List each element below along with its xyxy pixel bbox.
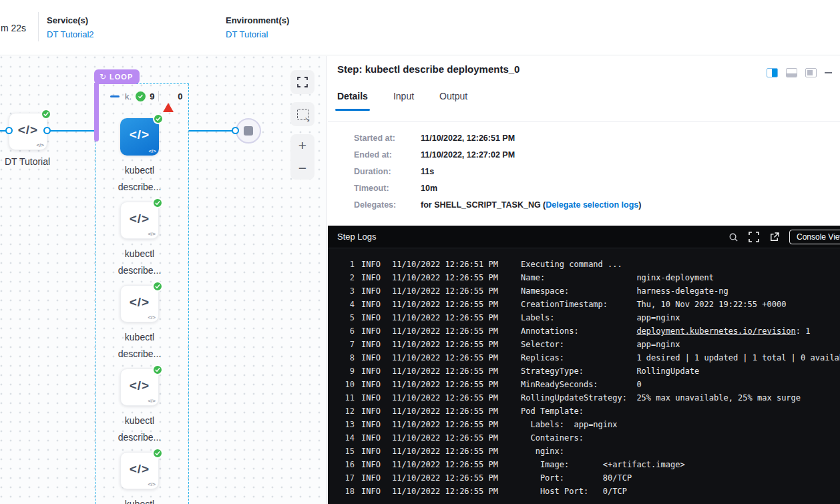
log-line: 16INFO11/10/2022 12:26:55 PM Image: <+ar…	[337, 458, 840, 471]
log-message: Labels: app=nginx	[521, 311, 680, 324]
logs-console[interactable]: 1INFO11/10/2022 12:26:51 PMExecuting com…	[328, 248, 840, 504]
log-line-number: 11	[337, 391, 355, 405]
graph-node-kubectl-describe[interactable]: </> </>	[120, 118, 159, 156]
log-line-number: 13	[337, 418, 355, 431]
log-message: StrategyType: RollingUpdate	[521, 364, 699, 378]
field-value: 11s	[421, 167, 434, 176]
console-view-button[interactable]: Console View	[789, 230, 840, 244]
detail-field-row: Duration:11s	[354, 167, 833, 176]
search-logs-icon[interactable]	[728, 232, 739, 242]
log-timestamp: 11/10/2022 12:26:55 PM	[392, 391, 499, 405]
log-timestamp: 11/10/2022 12:26:55 PM	[392, 364, 499, 378]
loop-bracket-bar	[94, 83, 99, 142]
step-details-panel: Step: kubectl describe deployments_0 Det…	[328, 56, 840, 504]
log-timestamp: 11/10/2022 12:26:55 PM	[392, 458, 499, 471]
node-label: kubectl describe...	[99, 246, 180, 279]
log-line-number: 15	[337, 445, 355, 458]
log-line: 15INFO11/10/2022 12:26:55 PM nginx:	[337, 445, 840, 458]
layout-split-right-icon[interactable]	[767, 68, 778, 77]
graph-node-kubectl-describe[interactable]: </> </>	[120, 285, 159, 322]
log-line-number: 1	[337, 258, 355, 271]
in-port	[5, 127, 13, 134]
service-link[interactable]: DT Tutorial2	[47, 29, 94, 39]
graph-node-dt-tutorial[interactable]: </> </>	[9, 113, 47, 150]
zoom-in-button[interactable]: +	[290, 134, 314, 157]
field-value: 11/10/2022, 12:27:02 PM	[421, 150, 515, 160]
node-label: kubectl describe...	[99, 329, 180, 362]
log-line: 3INFO11/10/2022 12:26:55 PMNamespace: ha…	[337, 284, 840, 298]
shell-script-mini-icon: </>	[36, 142, 44, 148]
log-timestamp: 11/10/2022 12:26:55 PM	[392, 351, 499, 364]
success-count: 9	[150, 91, 154, 101]
open-in-new-tab-icon[interactable]	[769, 232, 779, 242]
canvas-fullscreen-button[interactable]	[290, 70, 314, 94]
log-line: 6INFO11/10/2022 12:26:55 PMAnnotations: …	[337, 324, 840, 338]
log-line: 11INFO11/10/2022 12:26:55 PMRollingUpdat…	[337, 391, 840, 405]
log-timestamp: 11/10/2022 12:26:55 PM	[392, 418, 499, 431]
log-line-number: 12	[337, 405, 355, 418]
graph-node-kubectl-describe[interactable]: </> </>	[120, 202, 159, 239]
zoom-controls: + −	[290, 134, 314, 180]
node-label: kubectl describe...	[99, 496, 180, 504]
divider	[158, 91, 159, 101]
out-port	[43, 127, 51, 134]
pipeline-graph-canvas[interactable]: </> </> DT Tutorial ↻ LOOP k. 9 ! 0 </> …	[0, 56, 327, 504]
layout-bottom-icon[interactable]	[786, 68, 797, 77]
shell-script-mini-icon: </>	[148, 148, 156, 154]
log-level: INFO	[361, 378, 381, 391]
step-logs-section: Step Logs Console View 1INFO11/10/2022 1…	[328, 226, 840, 504]
node-label: kubectl describe...	[99, 413, 180, 446]
tab-output[interactable]: Output	[439, 91, 467, 111]
log-line: 7INFO11/10/2022 12:26:55 PMSelector: app…	[337, 338, 840, 351]
zoom-out-button[interactable]: −	[290, 157, 314, 180]
log-line: 9INFO11/10/2022 12:26:55 PMStrategyType:…	[337, 364, 840, 378]
log-message: Labels: app=nginx	[521, 418, 618, 431]
logs-fullscreen-icon[interactable]	[749, 232, 759, 242]
log-timestamp: 11/10/2022 12:26:55 PM	[392, 445, 499, 458]
minimize-panel-icon[interactable]	[825, 72, 832, 73]
canvas-select-button[interactable]: ↘	[290, 102, 314, 126]
failure-warning-icon: !	[163, 91, 174, 101]
environment-link[interactable]: DT Tutorial	[226, 29, 289, 39]
field-label: Duration:	[354, 167, 421, 176]
delegate-selection-logs-link[interactable]: Delegate selection logs	[546, 200, 638, 210]
collapse-loop-icon[interactable]	[110, 95, 120, 97]
code-icon: </>	[121, 212, 158, 226]
loop-badge-label: LOOP	[110, 73, 133, 81]
success-check-icon	[152, 448, 163, 459]
detail-field-row: Started at:11/10/2022, 12:26:51 PM	[354, 134, 833, 143]
log-timestamp: 11/10/2022 12:26:55 PM	[392, 284, 499, 298]
graph-node-kubectl-describe[interactable]: </> </>	[120, 368, 159, 406]
code-icon: </>	[121, 379, 158, 393]
graph-node-kubectl-describe[interactable]: </> </>	[120, 452, 159, 489]
log-timestamp: 11/10/2022 12:26:55 PM	[392, 471, 499, 485]
success-check-icon	[41, 109, 51, 119]
log-level: INFO	[361, 431, 381, 445]
detail-fields: Started at:11/10/2022, 12:26:51 PMEnded …	[354, 134, 833, 217]
environment-block: Environment(s) DT Tutorial	[226, 15, 289, 39]
tab-input[interactable]: Input	[393, 91, 414, 111]
step-logs-header: Step Logs Console View	[328, 226, 840, 248]
code-icon: </>	[120, 128, 159, 142]
log-level: INFO	[361, 405, 381, 418]
log-level: INFO	[361, 418, 381, 431]
log-message: Image: <+artifact.image>	[521, 458, 685, 471]
pipeline-end-node[interactable]	[236, 118, 261, 144]
shell-script-mini-icon: </>	[148, 398, 156, 404]
layout-left-icon[interactable]	[805, 68, 817, 77]
log-message: Containers:	[521, 431, 584, 445]
panel-layout-controls	[767, 68, 840, 77]
service-block: Service(s) DT Tutorial2	[47, 15, 94, 39]
field-value: 10m	[421, 184, 437, 193]
log-level: INFO	[361, 471, 381, 485]
log-level: INFO	[361, 271, 381, 284]
end-in-port	[232, 127, 239, 134]
field-label: Delegates:	[354, 200, 421, 210]
log-message: Selector: app=nginx	[521, 338, 680, 351]
loop-badge[interactable]: ↻ LOOP	[94, 69, 140, 84]
loop-group-name: k.	[125, 91, 132, 101]
log-message: CreationTimestamp: Thu, 10 Nov 2022 19:2…	[521, 298, 786, 311]
log-level: INFO	[361, 324, 381, 338]
tab-details[interactable]: Details	[337, 91, 368, 111]
log-timestamp: 11/10/2022 12:26:55 PM	[392, 431, 499, 445]
